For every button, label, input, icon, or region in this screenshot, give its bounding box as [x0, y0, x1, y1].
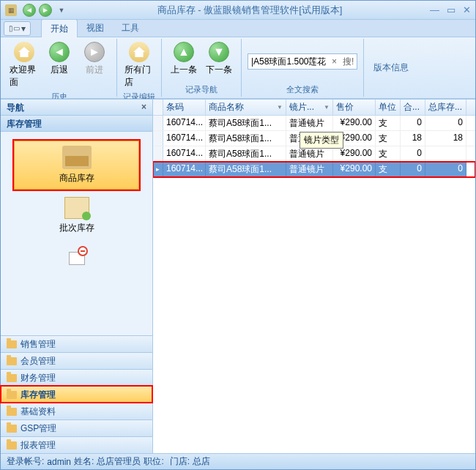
col-name[interactable]: 商品名称▼: [206, 100, 286, 115]
category-0[interactable]: 销售管理: [1, 335, 152, 352]
nav-subheader: 库存管理: [1, 116, 152, 132]
app-icon: ▦: [5, 4, 17, 16]
status-name-value: 总店管理员: [97, 455, 141, 468]
category-2[interactable]: 财务管理: [1, 369, 152, 386]
next-button[interactable]: ▼下一条: [203, 40, 235, 83]
folder-icon: [7, 357, 17, 365]
col-price[interactable]: 售价: [333, 100, 376, 115]
status-store-label: 门店:: [170, 455, 190, 468]
grid-header: 条码 商品名称▼ 镜片...▼ 售价 单位 合... 总库存...: [153, 100, 475, 116]
tab-tools[interactable]: 工具: [113, 19, 148, 37]
tooltip-lens-type: 镜片类型: [300, 132, 343, 149]
ribbon: 欢迎界面 ◄后退 ►前进 历史 所有门店 记录编辑 ▲上一条 ▼下一条 记录导航: [1, 37, 475, 99]
sidebar-item-batch-stock[interactable]: 批次库存: [14, 193, 139, 239]
app-window: ▦ ◄ ► ▼ 商品库存 - 傲蓝眼镜销售管理软件[试用版本] — ▭ ✕ ▯▭…: [0, 0, 476, 470]
box-icon: [62, 146, 92, 169]
col-sum[interactable]: 合...: [401, 100, 425, 115]
col-code[interactable]: 条码: [163, 100, 206, 115]
sidebar-item-label: 商品库存: [59, 172, 94, 184]
table-row[interactable]: 160714...蔡司A58球面1...普通镜片¥290.00支00: [153, 116, 475, 131]
main-grid: 条码 商品名称▼ 镜片...▼ 售价 单位 合... 总库存... 镜片类型 1…: [153, 100, 475, 453]
search-input[interactable]: [248, 56, 329, 67]
search-button[interactable]: 搜!: [340, 56, 357, 68]
grid-body[interactable]: 镜片类型 160714...蔡司A58球面1...普通镜片¥290.00支001…: [153, 116, 475, 453]
sidebar-item-product-stock[interactable]: 商品库存: [14, 141, 139, 190]
group-label-nav: 记录导航: [185, 83, 217, 95]
category-5[interactable]: GSP管理: [1, 419, 152, 436]
folder-icon: [7, 441, 17, 450]
nav-close-icon[interactable]: ×: [141, 102, 146, 113]
close-button[interactable]: ✕: [463, 4, 471, 15]
forward-icon: ►: [84, 42, 105, 62]
category-4[interactable]: 基础资料: [1, 403, 152, 419]
col-lens[interactable]: 镜片...▼: [286, 100, 333, 115]
tab-start[interactable]: 开始: [41, 19, 78, 38]
home-icon: [14, 42, 34, 62]
folder-icon: [7, 391, 17, 399]
layout-switch-button[interactable]: ▯▭ ▾: [4, 21, 31, 36]
table-row[interactable]: 160714...蔡司A58球面1...普通镜片¥290.00支0: [153, 146, 475, 162]
group-edit: 所有门店 记录编辑: [117, 39, 162, 97]
sidebar-item-label: 批次库存: [59, 222, 94, 234]
quick-forward-button[interactable]: ►: [39, 4, 52, 17]
version-button[interactable]: 版本信息: [370, 40, 412, 95]
category-1[interactable]: 会员管理: [1, 352, 152, 369]
welcome-button[interactable]: 欢迎界面: [8, 40, 40, 90]
forward-button[interactable]: ►前进: [78, 40, 111, 90]
group-history: 欢迎界面 ◄后退 ►前进 历史: [2, 39, 117, 97]
quick-dropdown[interactable]: ▼: [55, 4, 68, 17]
nav-body: 商品库存 批次库存: [1, 132, 152, 335]
minimize-button[interactable]: —: [430, 4, 439, 15]
home-stop-icon: [66, 246, 88, 265]
quick-back-button[interactable]: ◄: [23, 4, 36, 17]
prev-button[interactable]: ▲上一条: [168, 40, 200, 83]
category-3[interactable]: 库存管理: [1, 386, 152, 403]
search-box: × 搜!: [248, 53, 357, 70]
menubar: ▯▭ ▾ 开始 视图 工具: [1, 20, 475, 37]
sidebar: 导航× 库存管理 商品库存 批次库存 销售管理会员管理财务管理库存管理基础资料G…: [1, 100, 153, 453]
folder-icon: [7, 340, 17, 348]
status-acct-label: 登录帐号:: [7, 455, 44, 468]
status-name-label: 姓名:: [74, 455, 94, 468]
group-nav: ▲上一条 ▼下一条 记录导航: [162, 39, 242, 97]
store-icon: [129, 42, 149, 62]
col-unit[interactable]: 单位: [376, 100, 401, 115]
nav-header: 导航×: [1, 100, 152, 116]
table-row[interactable]: ▸160714...蔡司A58球面1...普通镜片¥290.00支00: [153, 162, 475, 177]
allstore-button[interactable]: 所有门店: [123, 40, 155, 90]
group-label-search: 全文搜索: [286, 83, 319, 95]
category-6[interactable]: 报表管理: [1, 436, 152, 453]
group-version: 版本信息: [364, 39, 418, 97]
folder-icon: [7, 425, 17, 433]
titlebar: ▦ ◄ ► ▼ 商品库存 - 傲蓝眼镜销售管理软件[试用版本] — ▭ ✕: [1, 1, 475, 20]
window-title: 商品库存 - 傲蓝眼镜销售管理软件[试用版本]: [70, 4, 430, 17]
batch-icon: [64, 197, 89, 219]
statusbar: 登录帐号: admin 姓名: 总店管理员 职位: 门店: 总店: [1, 453, 475, 469]
status-acct-value: admin: [47, 457, 71, 467]
maximize-button[interactable]: ▭: [447, 4, 455, 15]
folder-icon: [7, 408, 17, 416]
content: 导航× 库存管理 商品库存 批次库存 销售管理会员管理财务管理库存管理基础资料G…: [1, 99, 475, 453]
down-icon: ▼: [209, 42, 229, 62]
status-store-value: 总店: [193, 455, 210, 468]
up-icon: ▲: [174, 42, 194, 62]
clear-icon[interactable]: ×: [329, 56, 340, 67]
status-pos-label: 职位:: [144, 455, 163, 468]
sidebar-item-home[interactable]: [14, 242, 139, 268]
folder-icon: [7, 374, 17, 382]
col-stock[interactable]: 总库存...: [425, 100, 466, 115]
group-search: × 搜! 全文搜索: [242, 39, 364, 97]
back-button[interactable]: ◄后退: [43, 40, 75, 90]
back-icon: ◄: [49, 42, 70, 62]
tab-view[interactable]: 视图: [78, 19, 113, 37]
row-indicator-head: [153, 100, 163, 115]
